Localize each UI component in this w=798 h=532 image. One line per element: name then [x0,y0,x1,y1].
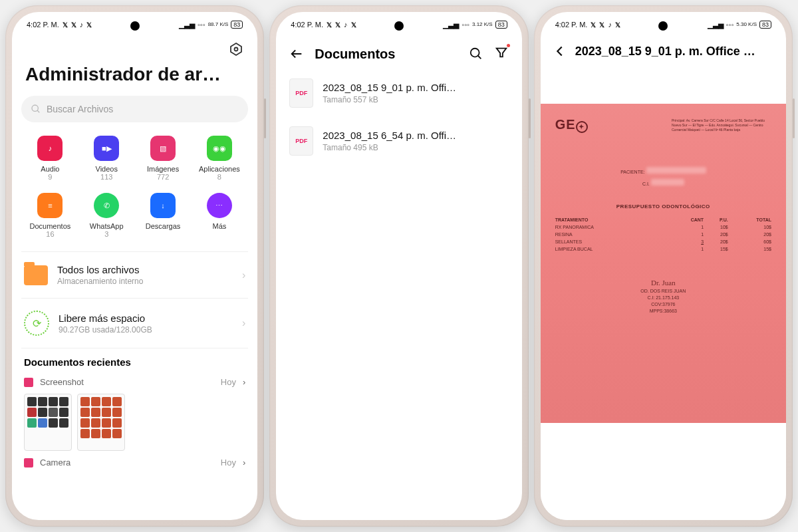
category-label: Audio [41,165,59,173]
thumbnail[interactable] [77,394,125,451]
phone-frame-1: 4:02 P. M. 𝕏 𝕏 ♪ 𝕏 ▁▃▅ ◦◦◦ 88.7 K/S 83 A… [5,5,264,527]
category-count: 3 [104,230,108,238]
category-downloads[interactable]: ↓ Descargas [137,193,190,238]
search-placeholder: Buscar Archivos [47,104,113,114]
camera-notch [658,21,668,31]
image-icon [24,458,33,467]
category-count: 9 [48,173,52,181]
doc-title: 2023_08_15 9_01 p. m. Offi… [323,82,456,93]
status-x-icon: 𝕏 [71,21,76,29]
search-icon[interactable] [469,47,483,61]
pdf-icon: PDF [289,126,313,156]
net-speed: 5.30 K/S [736,22,757,27]
document-viewer[interactable]: GE✦ Principal: Av. Carrera Sur C/C Calle… [541,104,786,520]
category-more[interactable]: ⋯ Más [193,193,245,238]
back-icon[interactable] [289,47,304,61]
category-label: Videos [96,165,118,173]
doc-subtitle: Tamaño 557 kB [323,95,456,104]
battery-indicator: 83 [759,21,771,29]
svg-line-6 [477,56,481,59]
image-icon: ▧ [150,136,176,161]
svg-marker-7 [496,49,506,57]
category-documents[interactable]: ≡ Documentos 16 [24,193,76,238]
filter-button[interactable] [494,45,509,63]
wifi-icon: ◦◦◦ [462,21,469,29]
status-x-icon: 𝕏 [327,21,332,29]
status-tiktok-icon: ♪ [80,21,84,29]
whatsapp-icon: ✆ [94,193,119,218]
page-title: Documentos [315,47,458,62]
more-icon: ⋯ [207,193,232,218]
folder-icon [24,265,48,285]
scanned-document: GE✦ Principal: Av. Carrera Sur C/C Calle… [541,104,786,423]
status-x-icon: 𝕏 [335,21,340,29]
category-label: Aplicaciones [199,165,240,173]
category-count: 8 [217,173,221,181]
category-grid: ♪ Audio 9 ■▶ Videos 113 ▧ Imágenes 772 ◉… [21,136,248,251]
row-subtitle: Almacenamiento interno [57,277,143,286]
category-count: 113 [100,173,112,181]
status-x-icon: 𝕏 [591,21,596,29]
cleaner-icon: ⟳ [24,311,49,336]
document-item[interactable]: PDF 2023_08_15 6_54 p. m. Offi… Tamaño 4… [285,117,512,165]
signal-icon: ▁▃▅ [179,21,195,29]
chevron-right-icon: › [243,458,245,467]
status-time: 4:02 P. M. [291,21,323,29]
phone-frame-2: 4:02 P. M. 𝕏 𝕏 ♪ 𝕏 ▁▃▅ ◦◦◦ 3.12 K/S 83 D… [269,5,528,527]
status-tiktok-icon: ♪ [608,21,612,29]
svg-point-1 [235,48,238,51]
status-x-icon: 𝕏 [86,21,92,29]
page-title: 2023_08_15 9_01 p. m. Office … [575,45,755,59]
search-input[interactable]: Buscar Archivos [21,96,248,122]
category-label: Documentos [30,222,71,230]
recent-camera-row[interactable]: Camera Hoy › [21,451,248,474]
wifi-icon: ◦◦◦ [198,21,205,29]
category-images[interactable]: ▧ Imágenes 772 [137,136,190,181]
doc-icon: ≡ [37,193,63,218]
row-title: Todos los archivos [57,264,143,275]
category-videos[interactable]: ■▶ Videos 113 [80,136,133,181]
category-audio[interactable]: ♪ Audio 9 [24,136,76,181]
wifi-icon: ◦◦◦ [726,21,734,29]
thumbnail[interactable] [24,394,72,451]
status-x-icon: 𝕏 [615,21,620,29]
category-label: Más [213,222,227,230]
camera-notch [394,21,404,31]
notification-dot [507,44,510,47]
recent-tag: Hoy [221,377,236,387]
settings-icon[interactable] [228,41,244,57]
recent-screenshot-row[interactable]: Screenshot Hoy › [21,370,248,394]
svg-point-2 [32,105,38,111]
search-icon [31,104,41,114]
category-label: WhatsApp [90,222,124,230]
net-speed: 3.12 K/S [472,22,493,27]
status-x-icon: 𝕏 [351,21,356,29]
svg-line-3 [37,110,39,112]
video-icon: ■▶ [94,136,119,161]
pdf-icon: PDF [289,78,313,108]
doc-address: Principal: Av. Carrera Sur C/C Calle 14 … [672,118,771,132]
recent-label: Camera [40,458,70,467]
row-title: Libere más espacio [59,313,152,324]
status-x-icon: 𝕏 [63,21,68,29]
status-tiktok-icon: ♪ [344,21,348,29]
header: Documentos [285,35,512,69]
android-icon: ◉◉ [207,136,232,161]
free-space-row[interactable]: ⟳ Libere más espacio 90.27GB usada/128.0… [21,298,248,348]
category-apps[interactable]: ◉◉ Aplicaciones 8 [193,136,245,181]
doc-patient: PACIENTE: C.I. [555,167,771,186]
phone-frame-3: 4:02 P. M. 𝕏 𝕏 ♪ 𝕏 ▁▃▅ ◦◦◦ 5.30 K/S 83 2… [534,5,793,527]
category-whatsapp[interactable]: ✆ WhatsApp 3 [80,193,133,238]
all-files-row[interactable]: Todos los archivos Almacenamiento intern… [21,251,248,298]
recent-tag: Hoy [221,458,236,467]
document-item[interactable]: PDF 2023_08_15 9_01 p. m. Offi… Tamaño 5… [285,69,512,117]
header: 2023_08_15 9_01 p. m. Office … [541,35,786,64]
status-time: 4:02 P. M. [27,21,59,29]
svg-point-5 [470,49,479,57]
category-count: 772 [157,173,169,181]
net-speed: 88.7 K/S [208,22,229,27]
battery-indicator: 83 [495,21,507,29]
chevron-right-icon: › [243,377,245,387]
back-icon[interactable] [553,44,567,59]
chevron-right-icon: › [242,317,245,329]
